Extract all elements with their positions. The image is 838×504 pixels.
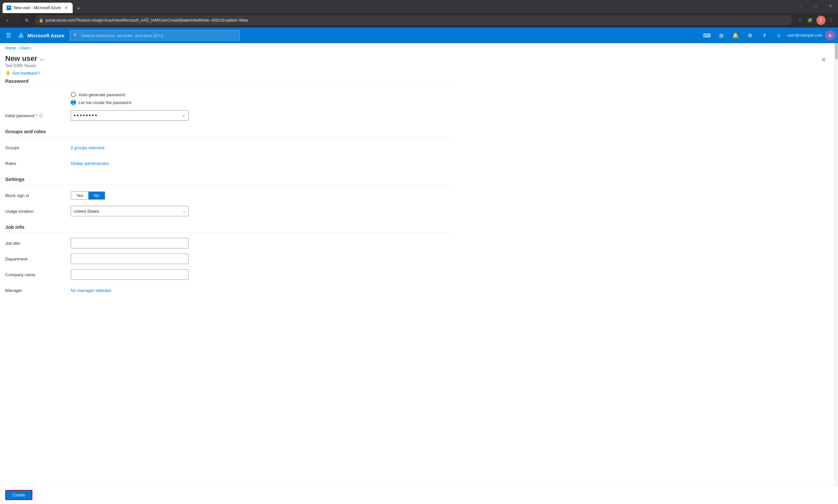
more-options-button[interactable]: ... — [40, 56, 44, 61]
tab-close-icon[interactable]: ✕ — [64, 5, 69, 11]
bottom-action-bar: Create — [0, 486, 838, 491]
company-name-label: Company name — [5, 272, 71, 277]
user-avatar[interactable]: E — [825, 30, 835, 40]
azure-logo-text: Microsoft Azure — [28, 33, 65, 38]
toggle-no[interactable]: No — [88, 192, 105, 199]
autogenerate-radio-button[interactable] — [71, 92, 76, 97]
usage-location-dropdown-arrow: ⌄ — [183, 209, 185, 213]
initial-password-row: Initial password * ⓘ •••••••• ✓ — [5, 110, 453, 121]
address-bar[interactable]: 🔒 portal.azure.com/?feature.msaljs=true#… — [35, 15, 792, 25]
info-icon[interactable]: ⓘ — [39, 113, 43, 119]
page-title: New user — [5, 54, 37, 63]
initial-password-field[interactable]: •••••••• ✓ — [71, 110, 189, 121]
initial-password-label: Initial password * ⓘ — [5, 113, 71, 119]
block-signin-label: Block sign in — [5, 193, 71, 198]
breadcrumb-sep-2: › — [31, 46, 32, 50]
profile-button[interactable]: E — [816, 16, 825, 25]
url-text: portal.azure.com/?feature.msaljs=true#vi… — [46, 18, 248, 22]
required-star: * — [36, 113, 38, 118]
settings-button[interactable]: ⚙ — [744, 30, 756, 41]
browser-menu-button[interactable]: ⋮ — [826, 16, 835, 25]
manager-row: Manager No manager selected — [5, 285, 453, 295]
nav-back-button[interactable]: ‹ — [3, 16, 12, 25]
feedback-button[interactable]: 🤚 Got feedback? — [0, 68, 834, 78]
groups-row: Groups 0 groups selected — [5, 142, 453, 153]
window-close[interactable]: ✕ — [823, 1, 838, 11]
breadcrumb-users[interactable]: Users — [20, 46, 30, 50]
scrollbar[interactable] — [834, 43, 838, 491]
letme-create-radio[interactable]: Let me create the password — [71, 100, 453, 105]
password-section-title: Password — [5, 78, 453, 87]
roles-row: Roles Global administrator — [5, 158, 453, 168]
settings-title: Settings — [5, 176, 453, 185]
usage-location-dropdown[interactable]: United States ⌄ — [71, 206, 189, 216]
azure-marketplace-button[interactable]: ⊞ — [715, 30, 727, 41]
new-tab-button[interactable]: + — [74, 4, 83, 13]
tab-favicon — [6, 5, 11, 10]
azure-header: ☰ Microsoft Azure 🔍 Search resources, se… — [0, 28, 838, 43]
help-button[interactable]: ? — [759, 30, 770, 41]
groups-roles-section: Groups and roles Groups 0 groups selecte… — [5, 129, 453, 168]
scrollbar-thumb[interactable] — [835, 43, 838, 59]
search-icon: 🔍 — [73, 33, 78, 38]
job-title-label: Job title — [5, 241, 71, 246]
department-input[interactable] — [71, 254, 189, 264]
autogenerate-radio[interactable]: Auto-generate password — [71, 92, 453, 97]
department-label: Department — [5, 256, 71, 262]
tab-bar: New user - Microsoft Azure ✕ + ─ □ ✕ — [0, 0, 838, 13]
nav-forward-button[interactable]: › — [13, 16, 22, 25]
breadcrumb: Home › Users › — [0, 43, 834, 53]
autogenerate-label: Auto-generate password — [78, 92, 125, 97]
create-button[interactable]: Create — [5, 490, 32, 491]
usage-location-label: Usage location — [5, 209, 71, 214]
block-signin-toggle[interactable]: Yes No — [71, 192, 105, 200]
window-minimize[interactable]: ─ — [793, 1, 808, 11]
groups-roles-title: Groups and roles — [5, 129, 453, 137]
job-info-section: Job info Job title Department Company na… — [5, 224, 453, 295]
password-visibility-toggle[interactable]: ✓ — [179, 113, 188, 118]
usage-location-row: Usage location United States ⌄ — [5, 206, 453, 216]
feedback-header-button[interactable]: ☺ — [773, 30, 785, 41]
letme-create-radio-button[interactable] — [71, 100, 76, 105]
block-signin-row: Block sign in Yes No — [5, 190, 453, 201]
company-name-row: Company name — [5, 269, 453, 280]
job-title-input[interactable] — [71, 238, 189, 248]
manager-link[interactable]: No manager selected — [71, 288, 111, 293]
groups-link[interactable]: 0 groups selected — [71, 145, 104, 150]
tab-title: New user - Microsoft Azure — [14, 5, 61, 10]
groups-label: Groups — [5, 145, 71, 150]
breadcrumb-sep-1: › — [17, 46, 18, 50]
nav-refresh-button[interactable]: ↻ — [22, 16, 32, 25]
usage-location-value: United States — [74, 209, 99, 214]
password-section: Password Auto-generate password Let me c… — [5, 78, 453, 121]
toggle-yes[interactable]: Yes — [71, 192, 88, 199]
extensions-button[interactable]: 🧩 — [805, 16, 815, 25]
bookmark-button[interactable]: ☆ — [796, 16, 805, 25]
company-name-input[interactable] — [71, 269, 189, 280]
close-panel-button[interactable]: ✕ — [818, 54, 829, 65]
letme-create-label: Let me create the password — [78, 100, 131, 105]
azure-logo-icon — [17, 32, 25, 39]
lock-icon: 🔒 — [39, 18, 43, 22]
settings-section: Settings Block sign in Yes No Usage loca… — [5, 176, 453, 216]
window-maximize[interactable]: □ — [808, 1, 823, 11]
page-subtitle: Test D365 Tenant — [5, 64, 818, 68]
roles-label: Roles — [5, 161, 71, 166]
department-row: Department — [5, 254, 453, 264]
active-tab[interactable]: New user - Microsoft Azure ✕ — [3, 3, 73, 13]
navigation-bar: ‹ › ↻ 🔒 portal.azure.com/?feature.msaljs… — [0, 13, 838, 28]
job-info-title: Job info — [5, 224, 453, 233]
cloud-shell-button[interactable]: ⌨ — [701, 30, 713, 41]
manager-label: Manager — [5, 288, 71, 293]
search-placeholder: Search resources, services, and docs (G+… — [81, 33, 163, 38]
roles-link[interactable]: Global administrator — [71, 161, 109, 166]
notifications-button[interactable]: 🔔 — [730, 30, 742, 41]
hamburger-menu[interactable]: ☰ — [3, 30, 14, 41]
form-container: Password Auto-generate password Let me c… — [0, 78, 458, 329]
password-dots: •••••••• — [71, 112, 179, 119]
azure-logo: Microsoft Azure — [17, 32, 65, 39]
feedback-icon: 🤚 — [5, 71, 11, 76]
breadcrumb-home[interactable]: Home — [5, 46, 16, 50]
global-search[interactable]: 🔍 Search resources, services, and docs (… — [70, 30, 240, 40]
feedback-label: Got feedback? — [13, 71, 40, 76]
